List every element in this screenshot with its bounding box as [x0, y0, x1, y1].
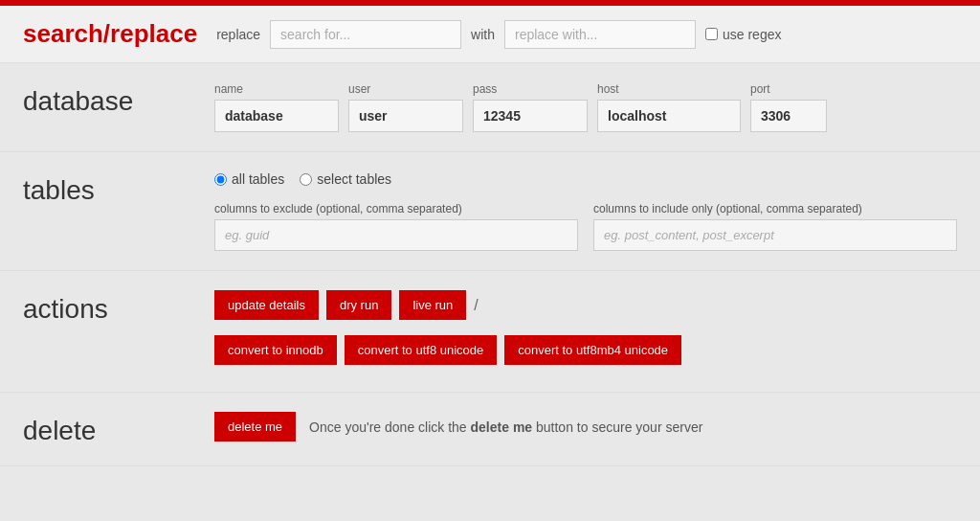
- all-tables-label[interactable]: all tables: [214, 171, 284, 187]
- db-pass-input[interactable]: [473, 100, 588, 132]
- exclude-input[interactable]: [214, 219, 578, 251]
- use-regex-label[interactable]: use regex: [705, 27, 781, 42]
- header-controls: replace with use regex: [216, 20, 957, 49]
- delete-description: Once you're done click the delete me but…: [309, 419, 702, 435]
- db-pass-field: pass: [473, 82, 588, 132]
- db-host-field: host: [597, 82, 741, 132]
- include-input[interactable]: [593, 219, 957, 251]
- include-field: columns to include only (optional, comma…: [593, 202, 957, 251]
- convert-utf8mb4-button[interactable]: convert to utf8mb4 unicode: [504, 335, 681, 365]
- tables-content: all tables select tables columns to excl…: [214, 171, 957, 251]
- with-label: with: [471, 27, 495, 42]
- db-port-label: port: [750, 82, 827, 96]
- actions-slash: /: [474, 297, 478, 314]
- delete-me-button[interactable]: delete me: [214, 412, 296, 442]
- logo-replace: replace: [110, 19, 197, 48]
- update-details-button[interactable]: update details: [214, 290, 319, 320]
- db-name-label: name: [214, 82, 339, 96]
- tables-radio-group: all tables select tables: [214, 171, 957, 187]
- logo: search/replace: [23, 19, 197, 49]
- actions-title: actions: [23, 290, 214, 325]
- live-run-button[interactable]: live run: [399, 290, 466, 320]
- convert-innodb-button[interactable]: convert to innodb: [214, 335, 337, 365]
- use-regex-checkbox[interactable]: [705, 28, 718, 40]
- db-user-field: user: [348, 82, 463, 132]
- db-user-input[interactable]: [348, 100, 463, 132]
- delete-row: delete me Once you're done click the del…: [214, 412, 957, 442]
- select-tables-radio[interactable]: [300, 173, 312, 186]
- database-title: database: [23, 82, 214, 117]
- tables-title: tables: [23, 171, 214, 206]
- include-label: columns to include only (optional, comma…: [593, 202, 957, 215]
- db-name-input[interactable]: [214, 100, 339, 132]
- dry-run-button[interactable]: dry run: [326, 290, 391, 320]
- db-port-field: port: [750, 82, 827, 132]
- actions-row-1: update details dry run live run /: [214, 290, 957, 320]
- all-tables-radio[interactable]: [214, 173, 227, 186]
- delete-title: delete: [23, 412, 214, 446]
- db-name-field: name: [214, 82, 339, 132]
- database-section: database name user pass host port: [0, 63, 980, 152]
- actions-row-2: convert to innodb convert to utf8 unicod…: [214, 335, 957, 365]
- db-user-label: user: [348, 82, 463, 96]
- db-fields: name user pass host port: [214, 82, 957, 132]
- delete-content: delete me Once you're done click the del…: [214, 412, 957, 442]
- actions-section: actions update details dry run live run …: [0, 271, 980, 393]
- delete-me-bold: delete me: [471, 419, 533, 435]
- select-tables-label[interactable]: select tables: [300, 171, 391, 187]
- columns-row: columns to exclude (optional, comma sepa…: [214, 202, 957, 251]
- delete-section: delete delete me Once you're done click …: [0, 393, 980, 466]
- convert-utf8-button[interactable]: convert to utf8 unicode: [345, 335, 498, 365]
- db-pass-label: pass: [473, 82, 588, 96]
- exclude-label: columns to exclude (optional, comma sepa…: [214, 202, 578, 215]
- logo-search: search: [23, 19, 103, 48]
- actions-content: update details dry run live run / conver…: [214, 290, 957, 373]
- logo-slash: /: [103, 19, 110, 48]
- exclude-field: columns to exclude (optional, comma sepa…: [214, 202, 578, 251]
- tables-section: tables all tables select tables columns …: [0, 152, 980, 271]
- replace-input[interactable]: [504, 20, 696, 49]
- db-host-label: host: [597, 82, 741, 96]
- database-content: name user pass host port: [214, 82, 957, 132]
- search-input[interactable]: [270, 20, 461, 49]
- db-host-input[interactable]: [597, 100, 741, 132]
- replace-label: replace: [216, 27, 260, 42]
- header-section: search/replace replace with use regex: [0, 6, 980, 63]
- db-port-input[interactable]: [750, 100, 827, 132]
